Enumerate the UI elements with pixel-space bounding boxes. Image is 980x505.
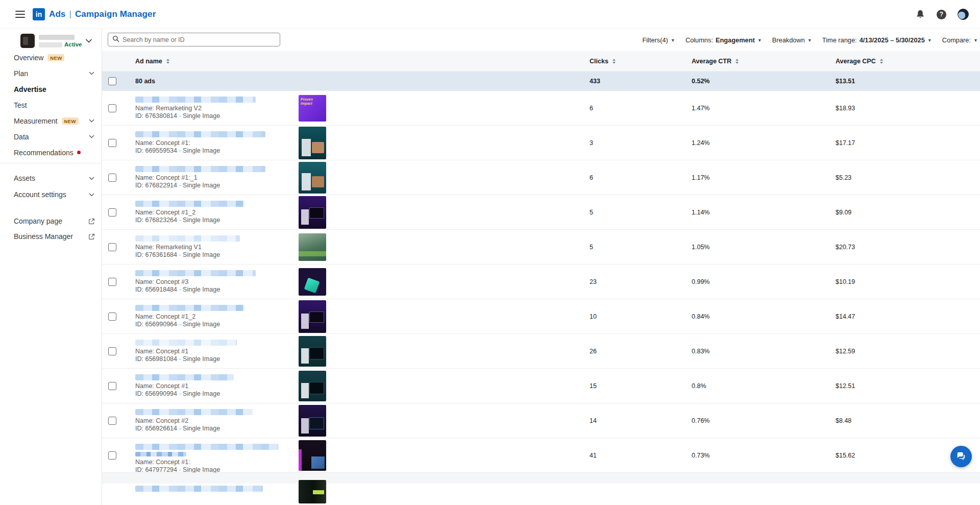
- redacted-ad-title: [135, 166, 265, 172]
- app-brand[interactable]: in Ads | Campaign Manager: [33, 0, 156, 29]
- cpc-value: $20.73: [836, 244, 855, 251]
- ad-thumbnail: [299, 127, 326, 159]
- sort-icon[interactable]: [166, 59, 169, 64]
- partial-row[interactable]: [102, 473, 980, 505]
- ad-name-cell: Name: Concept #2 ID: 656926614 · Single …: [135, 409, 253, 432]
- alert-dot-icon: [77, 151, 81, 154]
- clicks-value: 5: [590, 244, 593, 251]
- help-icon[interactable]: ?: [937, 10, 946, 19]
- linkedin-campaign-manager: in Ads | Campaign Manager ? Active: [0, 0, 980, 505]
- filter-label: Compare:: [942, 36, 971, 44]
- ad-table-row[interactable]: Name: Remarketing V1 ID: 676361684 · Sin…: [102, 230, 980, 264]
- summary-row[interactable]: 80 ads 433 0.52% $13.51: [102, 71, 980, 91]
- redacted-account-id: [39, 42, 62, 47]
- redacted-ad-title: [135, 305, 244, 311]
- ctr-value: 0.84%: [692, 313, 709, 320]
- sidebar-item-advertise[interactable]: Advertise: [0, 81, 102, 97]
- row-checkbox[interactable]: [108, 417, 116, 425]
- ad-thumbnail: [299, 162, 326, 194]
- filter-value: 4/13/2025 – 5/30/2025: [860, 36, 925, 44]
- sort-icon[interactable]: [612, 59, 616, 64]
- ad-thumbnail-text: [299, 233, 326, 238]
- sort-icon[interactable]: [880, 59, 883, 64]
- ad-id-line: ID: 676823264 · Single Image: [135, 217, 244, 224]
- sidebar-item-test[interactable]: Test: [0, 97, 102, 113]
- redacted-ad-title: [135, 374, 234, 380]
- row-checkbox[interactable]: [108, 208, 116, 217]
- sidebar-link-business-manager[interactable]: Business Manager: [0, 229, 102, 244]
- ad-name-line: Name: Concept #1:: [135, 139, 265, 147]
- filters-dropdown[interactable]: Filters(4) ▾: [642, 36, 674, 44]
- search-box[interactable]: [108, 33, 280, 46]
- redacted-ad-title: [135, 270, 256, 276]
- ad-table-row[interactable]: Name: Remarketing V2 ID: 676380814 · Sin…: [102, 91, 980, 126]
- redacted-ad-title: [135, 486, 263, 492]
- ad-name-line: Name: Remarketing V2: [135, 105, 256, 112]
- redacted-ad-title: [135, 340, 237, 346]
- ad-id-line: ID: 656990994 · Single Image: [135, 390, 234, 398]
- toolbar: Filters(4) ▾ Columns: Engagement ▾ Break…: [102, 29, 980, 51]
- sidebar-link-company-page[interactable]: Company page: [0, 213, 102, 229]
- select-all-checkbox[interactable]: [108, 77, 116, 85]
- sort-icon[interactable]: [736, 59, 739, 64]
- sidebar-item-overview[interactable]: Overview NEW: [0, 50, 102, 65]
- ad-table-row[interactable]: Name: Concept #3 ID: 656918484 · Single …: [102, 264, 980, 299]
- filter-label: Time range:: [822, 36, 857, 44]
- ad-name-line: Name: Concept #2: [135, 417, 253, 425]
- sidebar-item-recommendations[interactable]: Recommendations: [0, 145, 102, 160]
- ad-table-row[interactable]: Name: Concept #1: ID: 647977294 · Single…: [102, 438, 980, 473]
- ad-table-row[interactable]: Name: Concept #1 ID: 656990994 · Single …: [102, 369, 980, 403]
- ad-id-line: ID: 676361684 · Single Image: [135, 251, 240, 259]
- ad-table-row[interactable]: Name: Concept #1_2 ID: 656990964 · Singl…: [102, 299, 980, 334]
- ctr-value: 1.05%: [692, 244, 709, 251]
- sidebar-item-plan[interactable]: Plan: [0, 65, 102, 81]
- row-checkbox[interactable]: [108, 347, 116, 355]
- chat-icon: [955, 451, 967, 462]
- sidebar-item-account-settings[interactable]: Account settings: [0, 186, 102, 203]
- ad-table-row[interactable]: Name: Concept #2 ID: 656926614 · Single …: [102, 403, 980, 438]
- filter-label: Columns:: [685, 36, 713, 44]
- row-checkbox[interactable]: [108, 382, 116, 390]
- compare-dropdown[interactable]: Compare: ▾: [942, 36, 977, 44]
- ad-name-line: Name: Concept #3: [135, 278, 256, 286]
- columns-dropdown[interactable]: Columns: Engagement ▾: [685, 36, 761, 44]
- cpc-value: $18.93: [836, 105, 855, 112]
- ctr-value: 1.14%: [692, 209, 709, 216]
- row-checkbox[interactable]: [108, 104, 116, 112]
- notifications-icon[interactable]: [915, 9, 925, 19]
- average-cpc-total: $13.51: [836, 78, 855, 85]
- redacted-account-name: [39, 35, 75, 40]
- clicks-value: 6: [590, 105, 593, 112]
- breakdown-dropdown[interactable]: Breakdown ▾: [772, 36, 811, 44]
- sidebar-item-assets[interactable]: Assets: [0, 170, 102, 186]
- search-input[interactable]: [122, 36, 276, 43]
- ad-name-cell: Name: Concept #1_2 ID: 676823264 · Singl…: [135, 201, 244, 224]
- sidebar-item-data[interactable]: Data: [0, 129, 102, 145]
- filter-label: Filters(4): [642, 36, 668, 44]
- ctr-value: 0.8%: [692, 382, 706, 390]
- ad-name-line: Name: Concept #1:_1: [135, 174, 265, 182]
- clicks-value: 6: [590, 174, 593, 181]
- profile-avatar[interactable]: [958, 9, 969, 20]
- ad-table-row[interactable]: Name: Concept #1_2 ID: 676823264 · Singl…: [102, 195, 980, 230]
- ad-table-row[interactable]: Name: Concept #1 ID: 656981084 · Single …: [102, 334, 980, 369]
- ad-table-row[interactable]: Name: Concept #1: ID: 669559534 · Single…: [102, 126, 980, 160]
- ad-name-cell: Name: Concept #1: ID: 647977294 · Single…: [135, 444, 278, 474]
- sidebar-link-label: Business Manager: [14, 232, 73, 241]
- row-checkbox[interactable]: [108, 451, 116, 460]
- row-checkbox[interactable]: [108, 243, 116, 251]
- row-checkbox[interactable]: [108, 278, 116, 286]
- ad-name-line: Name: Concept #1: [135, 348, 237, 355]
- sidebar-item-measurement[interactable]: Measurement NEW: [0, 113, 102, 129]
- hamburger-menu-icon[interactable]: [15, 11, 25, 18]
- ctr-value: 1.24%: [692, 139, 709, 147]
- row-checkbox[interactable]: [108, 312, 116, 321]
- new-badge: NEW: [62, 117, 79, 125]
- row-checkbox[interactable]: [108, 174, 116, 182]
- chat-bubble-button[interactable]: [950, 446, 972, 467]
- time-range-dropdown[interactable]: Time range: 4/13/2025 – 5/30/2025 ▾: [822, 36, 931, 44]
- row-checkbox[interactable]: [108, 139, 116, 147]
- ad-table-row[interactable]: Name: Concept #1:_1 ID: 676822914 · Sing…: [102, 160, 980, 195]
- ad-name-cell: Name: Concept #1_2 ID: 656990964 · Singl…: [135, 305, 244, 328]
- ad-thumbnail-text: [299, 196, 326, 201]
